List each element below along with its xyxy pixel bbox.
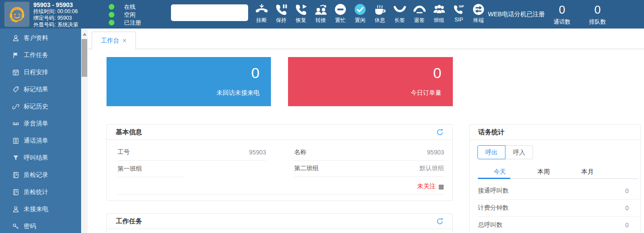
hangup-button[interactable]: 挂断 bbox=[252, 3, 271, 24]
scrollbar-up-arrow-icon[interactable] bbox=[83, 31, 86, 36]
outbound-button[interactable]: 呼出 bbox=[477, 145, 505, 159]
user-icon bbox=[12, 34, 19, 42]
queue-label: 排队数 bbox=[580, 18, 615, 26]
terminal-button[interactable]: 终端 bbox=[469, 3, 488, 24]
qc-stats-icon bbox=[12, 188, 19, 196]
action-label: SIP bbox=[455, 17, 463, 23]
sidebar-item-label: 录音清单 bbox=[24, 120, 48, 128]
sidebar-item-qc-stats[interactable]: 质检统计 bbox=[0, 183, 81, 201]
status-label: 已注册 bbox=[124, 19, 141, 27]
sidebar-item-schedule[interactable]: 日程安排 bbox=[0, 64, 81, 81]
tab-workbench[interactable]: 工作台 × bbox=[92, 32, 136, 50]
tab-close-icon[interactable]: × bbox=[122, 38, 126, 44]
panel-title: 基本信息 bbox=[116, 128, 142, 136]
display-number: 外显号码: 系统决策 bbox=[33, 22, 78, 28]
team-button[interactable]: 班组 bbox=[429, 3, 449, 24]
sidebar-item-label: 标记历史 bbox=[24, 103, 48, 111]
queue-counter: 0 排队数 bbox=[580, 3, 615, 26]
active-calls-counter: 0 通话数 bbox=[545, 3, 579, 26]
calendar-icon bbox=[12, 68, 19, 76]
field-job-number: 工号 95903 bbox=[117, 144, 266, 161]
panel-header: 话务统计 bbox=[470, 125, 640, 140]
set-busy-button[interactable]: 置忙 bbox=[331, 3, 350, 24]
sidebar-item-qc-records[interactable]: 质检记录 bbox=[0, 166, 81, 183]
stat-value: 0 bbox=[625, 222, 629, 229]
voicemail-icon bbox=[12, 120, 19, 127]
green-dot-icon bbox=[109, 12, 114, 18]
sidebar-item-customer-data[interactable]: 客户资料 bbox=[0, 29, 81, 47]
tab-this-month[interactable]: 本月 bbox=[566, 165, 609, 178]
sidebar-item-recording-list[interactable]: 录音清单 bbox=[0, 115, 81, 132]
tab-today[interactable]: 今天 bbox=[478, 165, 522, 178]
sidebar-item-password[interactable]: 密码 bbox=[0, 218, 81, 233]
missed-call-icon bbox=[12, 205, 19, 213]
sign-out-button[interactable]: 退签 bbox=[409, 3, 429, 24]
field-value: 95903 bbox=[427, 149, 444, 156]
action-label: 终端 bbox=[473, 17, 484, 24]
tab-label: 工作台 bbox=[101, 37, 119, 45]
hold-button[interactable]: 保持 bbox=[271, 3, 291, 24]
agent-extension: 95903 - 95903 bbox=[33, 1, 78, 8]
sidebar-item-mark-history[interactable]: 标记历史 bbox=[0, 98, 81, 115]
sidebar-item-work-tasks[interactable]: 工作任务 bbox=[0, 47, 81, 64]
sidebar-item-call-list[interactable]: 通话清单 bbox=[0, 132, 81, 149]
field-name: 名称 95903 bbox=[294, 144, 444, 161]
sip-button[interactable]: SIP SIP bbox=[449, 3, 469, 24]
main-area: 工作台 × 0 未回访未接来电 0 今日订单量 基本信息 bbox=[88, 29, 644, 233]
field-label: 第二班组 bbox=[294, 165, 319, 172]
call-list-icon bbox=[12, 137, 19, 144]
rest-icon bbox=[374, 3, 386, 16]
action-label: 挂断 bbox=[256, 17, 267, 24]
inbound-button[interactable]: 呼入 bbox=[505, 145, 533, 159]
scrollbar-thumb[interactable] bbox=[82, 39, 87, 77]
agent-avatar bbox=[4, 2, 29, 27]
tab-this-week[interactable]: 本周 bbox=[522, 165, 566, 178]
sidebar-item-missed-calls[interactable]: 未接来电 bbox=[0, 201, 81, 218]
topbar: 95903 - 95903 持续时间: 00:00:06 绑定号码: 95903… bbox=[0, 0, 644, 29]
call-action-toolbar: 挂断 保持 恢复 bbox=[252, 3, 488, 24]
unvisited-missed-calls-card[interactable]: 0 未回访未接来电 bbox=[107, 57, 271, 106]
long-sign-button[interactable]: 长签 bbox=[390, 3, 409, 24]
action-label: 退签 bbox=[414, 17, 425, 24]
sidebar-item-label: 未接来电 bbox=[24, 205, 48, 213]
web-extension-status: WEB电话分机已注册 bbox=[488, 11, 545, 18]
qr-code-icon[interactable]: ▦ bbox=[438, 183, 444, 190]
sidebar-item-mark-results[interactable]: 标记结果 bbox=[0, 81, 81, 98]
field-label: 工号 bbox=[117, 148, 130, 156]
today-orders-card[interactable]: 0 今日订单量 bbox=[288, 57, 453, 106]
refresh-button[interactable] bbox=[436, 129, 444, 136]
phone-number-input[interactable] bbox=[171, 4, 248, 21]
set-idle-icon bbox=[354, 3, 366, 16]
sidebar-item-label: 日程安排 bbox=[24, 68, 48, 76]
hold-icon bbox=[275, 3, 288, 16]
sidebar-scrollbar[interactable] bbox=[81, 29, 88, 233]
resume-button[interactable]: 恢复 bbox=[291, 3, 311, 24]
rest-button[interactable]: 休息 bbox=[370, 3, 390, 24]
panel-header: 基本信息 bbox=[107, 125, 452, 140]
action-label: 长签 bbox=[395, 17, 405, 24]
panel-header: 工作任务 bbox=[107, 214, 452, 229]
team-icon bbox=[433, 3, 445, 16]
field-value: 95903 bbox=[249, 149, 266, 156]
sidebar-item-label: 质检记录 bbox=[24, 171, 48, 179]
refresh-button[interactable] bbox=[436, 218, 444, 225]
link-icon bbox=[12, 103, 19, 110]
call-duration: 持续时间: 00:00:06 bbox=[33, 8, 78, 15]
transfer-button[interactable]: 转接 bbox=[311, 3, 331, 24]
sidebar-item-label: 工作任务 bbox=[24, 51, 48, 59]
field-underline bbox=[117, 177, 184, 177]
set-idle-button[interactable]: 置闲 bbox=[350, 3, 370, 24]
active-calls-label: 通话数 bbox=[545, 18, 579, 26]
field-second-team: 第二班组 默认班组 bbox=[294, 161, 444, 177]
stat-value: 0 bbox=[625, 187, 629, 194]
sidebar-item-call-results[interactable]: 呼叫结果 bbox=[0, 149, 81, 166]
hangup-icon bbox=[255, 3, 268, 16]
headset-avatar-icon bbox=[4, 2, 29, 27]
stat-value: 0 bbox=[625, 204, 629, 211]
action-label: 保持 bbox=[276, 17, 287, 24]
sidebar-item-label: 呼叫结果 bbox=[24, 154, 48, 162]
password-key-icon bbox=[12, 222, 19, 230]
tab-bar: 工作台 × bbox=[88, 29, 644, 49]
call-stats-panel: 话务统计 呼出 呼入 今天 本周 本月 接通呼叫数 0 计费分钟数 bbox=[469, 124, 641, 233]
sidebar-item-label: 质检统计 bbox=[24, 188, 48, 196]
